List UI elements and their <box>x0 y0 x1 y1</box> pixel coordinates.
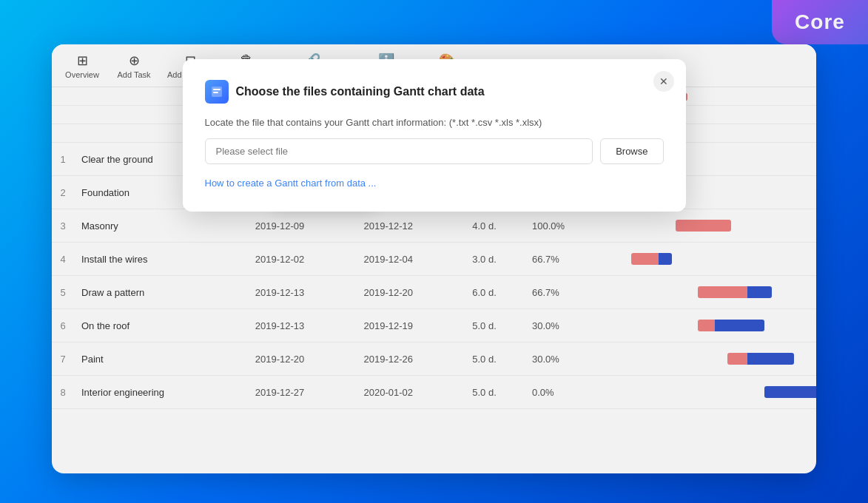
browse-button[interactable]: Browse <box>600 138 663 164</box>
modal-title: Choose the files containing Gantt chart … <box>236 85 485 98</box>
modal-logo-icon <box>205 80 229 104</box>
modal-close-button[interactable]: ✕ <box>653 71 674 92</box>
svg-rect-1 <box>213 89 221 90</box>
modal-description: Locate the file that contains your Gantt… <box>205 117 664 128</box>
file-chooser-modal: Choose the files containing Gantt chart … <box>183 59 686 212</box>
svg-rect-2 <box>213 92 218 93</box>
file-path-input[interactable] <box>205 138 593 164</box>
modal-overlay: Choose the files containing Gantt chart … <box>0 0 868 503</box>
help-link[interactable]: How to create a Gantt chart from data ..… <box>205 178 377 189</box>
modal-header: Choose the files containing Gantt chart … <box>205 80 664 104</box>
file-input-row: Browse <box>205 138 664 164</box>
